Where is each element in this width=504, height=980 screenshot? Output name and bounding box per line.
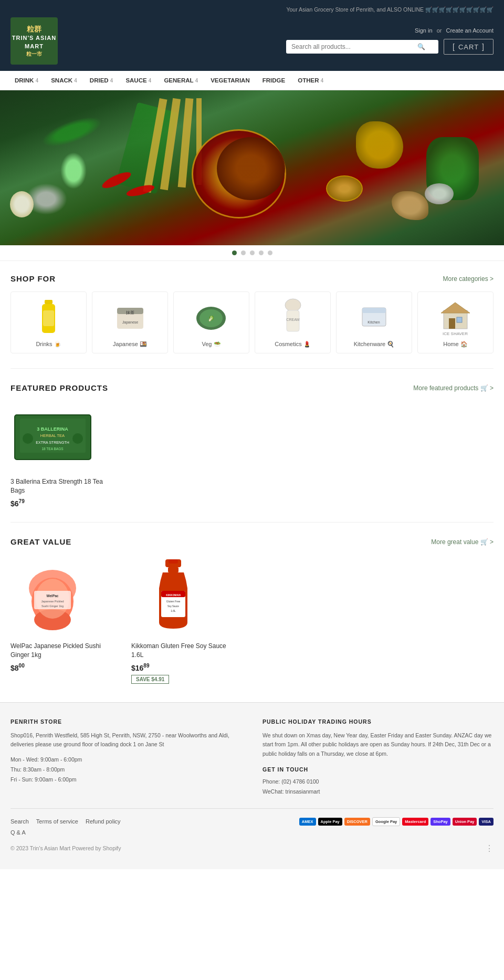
product-card-tea[interactable]: 3 BALLERINA HERBAL TEA EXTRA STRENGTH 18… (10, 403, 116, 507)
svg-rect-39 (168, 567, 178, 572)
cart-label: CART (458, 43, 479, 51)
category-card-japanese[interactable]: 抹茶 Japanese Japanese 🍱 (92, 291, 168, 353)
category-card-cosmetics[interactable]: CREAM Cosmetics 💄 (255, 291, 331, 353)
hero-dot-4[interactable] (259, 251, 264, 255)
cart-button[interactable]: [ CART ] (444, 39, 494, 55)
hero-dot-1[interactable] (232, 251, 237, 255)
hero-image (0, 90, 504, 245)
more-categories-link[interactable]: More categories > (443, 275, 494, 283)
category-label-cosmetics: Cosmetics 💄 (275, 341, 310, 348)
footer-link-refund[interactable]: Refund policy (86, 818, 121, 825)
penrith-store-title: PENRITH STORE (10, 718, 242, 725)
more-great-value-link[interactable]: More great value 🛒 > (431, 538, 494, 546)
footer-link-search[interactable]: Search (10, 818, 29, 825)
cart-bracket-open: [ (453, 43, 455, 51)
product-name-soy: Kikkoman Gluten Free Soy Sauce 1.6L (131, 642, 236, 660)
svg-point-10 (285, 299, 301, 311)
search-bar: 🔍 (286, 40, 438, 54)
nav-item-general[interactable]: GENERAL 4 (158, 71, 204, 90)
svg-text:Sushi Ginger 1kg: Sushi Ginger 1kg (41, 604, 64, 608)
header: Your Asian Grocery Store of Penrith, and… (0, 0, 504, 71)
payment-visa: VISA (479, 818, 494, 826)
nav-item-fridge[interactable]: FRIDGE (256, 71, 291, 90)
logo[interactable]: 粒群 TRIN'S ASIAN MART 粒一市 (10, 17, 58, 65)
category-img-veg: 🥬 (193, 297, 230, 337)
great-value-header: GREAT VALUE More great value 🛒 > (10, 537, 494, 546)
featured-title: FEATURED PRODUCTS (10, 383, 108, 392)
auth-row: Sign in or Create an Account (415, 27, 494, 34)
svg-point-29 (72, 433, 83, 444)
featured-products-grid: 3 BALLERINA HERBAL TEA EXTRA STRENGTH 18… (10, 403, 494, 507)
category-img-japanese: 抹茶 Japanese (112, 297, 149, 337)
category-card-veg[interactable]: 🥬 Veg 🥗 (173, 291, 249, 353)
hero-dot-3[interactable] (250, 251, 255, 255)
payment-applepay: Apple Pay (318, 818, 342, 826)
navigation: DRINK 4 SNACK 4 DRIED 4 SAUCE 4 GENERAL … (0, 71, 504, 90)
hero-dot-5[interactable] (268, 251, 272, 255)
product-price-tea: $679 (10, 498, 116, 508)
great-value-grid: WelPac Japanese Pickled Sushi Ginger 1kg… (10, 557, 494, 683)
svg-text:ICE SHAVER: ICE SHAVER (443, 331, 468, 336)
payment-mastercard: Mastercard (402, 818, 428, 826)
category-card-drinks[interactable]: Drinks 🍺 (10, 291, 87, 353)
product-price-dollars-soy: $16 (131, 664, 143, 672)
shop-for-header: SHOP FOR More categories > (10, 274, 494, 283)
svg-text:抹茶: 抹茶 (126, 310, 134, 315)
hours-fri-sun: Fri - Sun: 9:00am - 6:00pm (10, 775, 242, 785)
footer-link-qa[interactable]: Q & A (10, 829, 26, 836)
sign-in-link[interactable]: Sign in (415, 27, 433, 34)
product-price-dollars-ginger: $8 (10, 664, 19, 672)
nav-item-drink[interactable]: DRINK 4 (8, 71, 45, 90)
nav-item-other[interactable]: OTHER 4 (291, 71, 330, 90)
more-featured-link[interactable]: More featured products 🛒 > (413, 384, 494, 392)
featured-header: FEATURED PRODUCTS More featured products… (10, 383, 494, 392)
svg-point-28 (23, 433, 33, 444)
product-name-tea: 3 Ballerina Extra Strength 18 Tea Bags (10, 477, 116, 495)
hero-dot-2[interactable] (241, 251, 246, 255)
shop-for-section: SHOP FOR More categories > Drinks 🍺 (10, 274, 494, 353)
svg-rect-46 (169, 559, 178, 564)
hero-banner (0, 90, 504, 260)
hours-mon-wed: Mon - Wed: 9:00am - 6:00pm (10, 755, 242, 765)
search-cart-row: 🔍 [ CART ] (286, 39, 494, 55)
nav-item-vegetarian[interactable]: VEGETARIAN (204, 71, 256, 90)
featured-products-section: FEATURED PRODUCTS More featured products… (10, 383, 494, 507)
get-in-touch-title: GET IN TOUCH (262, 766, 494, 773)
create-account-link[interactable]: Create an Account (446, 27, 494, 34)
nav-item-dried[interactable]: DRIED 4 (83, 71, 120, 90)
product-card-soy[interactable]: KIKKOMAN Gluten Free Soy Sauce 1.6L Kikk… (131, 557, 236, 683)
great-value-title: GREAT VALUE (10, 537, 71, 546)
copyright-text: © 2023 Trin's Asian Mart Powered by Shop… (10, 845, 121, 851)
penrith-address: Shop016, Penrith Westfield, 585 High St,… (10, 731, 242, 750)
product-price-dollars-tea: $6 (10, 499, 19, 507)
footer-col-holiday: PUBLIC HOLIDAY TRADING HOURS We shut dow… (262, 718, 494, 797)
payment-googlepay: Google Pay (372, 817, 400, 826)
auth-or: or (437, 27, 442, 34)
footer-link-terms[interactable]: Terms of service (36, 818, 78, 825)
svg-rect-0 (45, 300, 52, 304)
footer-columns: PENRITH STORE Shop016, Penrith Westfield… (10, 718, 494, 797)
svg-text:1.6L: 1.6L (171, 609, 176, 612)
footer-payments: AMEX Apple Pay DISCOVER Google Pay Maste… (299, 817, 494, 826)
product-card-ginger[interactable]: WelPac Japanese Pickled Sushi Ginger 1kg… (10, 557, 116, 683)
search-input[interactable] (291, 43, 417, 50)
hero-dots (0, 245, 504, 260)
category-img-kitchenware: Kitchen (356, 297, 393, 337)
svg-text:HERBAL TEA: HERBAL TEA (40, 433, 64, 438)
category-card-home[interactable]: ICE SHAVER Home 🏠 (417, 291, 494, 353)
svg-text:Japanese Pickled: Japanese Pickled (41, 600, 64, 603)
nav-item-snack[interactable]: SNACK 4 (45, 71, 83, 90)
product-img-ginger: WelPac Japanese Pickled Sushi Ginger 1kg (10, 557, 94, 635)
great-value-section: GREAT VALUE More great value 🛒 > (10, 537, 494, 683)
product-price-ginger: $800 (10, 663, 116, 672)
header-main: 粒群 TRIN'S ASIAN MART 粒一市 Sign in or Crea… (10, 17, 494, 65)
category-card-kitchenware[interactable]: Kitchen Kitchenware 🍳 (336, 291, 412, 353)
svg-marker-17 (441, 303, 470, 313)
svg-text:CREAM: CREAM (286, 318, 299, 321)
tagline-text: Your Asian Grocery Store of Penrith, and… (286, 6, 494, 13)
divider-3 (10, 522, 494, 523)
footer: PENRITH STORE Shop016, Penrith Westfield… (0, 702, 504, 869)
category-img-cosmetics: CREAM (275, 297, 311, 337)
search-button[interactable]: 🔍 (417, 43, 425, 50)
nav-item-sauce[interactable]: SAUCE 4 (119, 71, 158, 90)
